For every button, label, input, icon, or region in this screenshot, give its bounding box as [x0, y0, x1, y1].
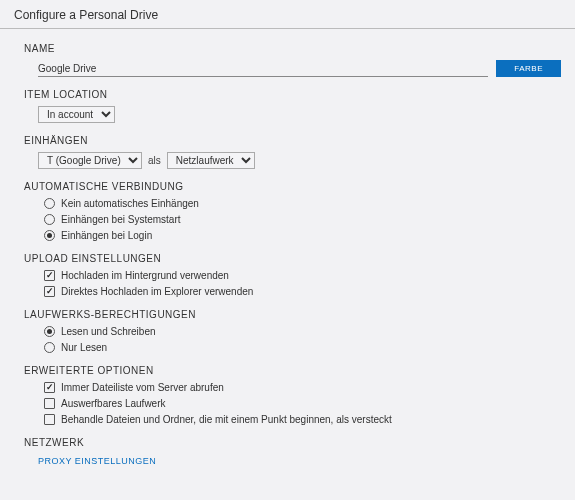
mount-type-select[interactable]: Netzlaufwerk	[167, 152, 255, 169]
item-location-select[interactable]: In account	[38, 106, 115, 123]
section-mount-label: EINHÄNGEN	[24, 135, 561, 146]
section-network-label: NETZWERK	[24, 437, 561, 448]
radio-no-automount-label: Kein automatisches Einhängen	[61, 198, 199, 209]
checkbox-upload-explorer-label: Direktes Hochladen im Explorer verwenden	[61, 286, 253, 297]
checkbox-upload-background-label: Hochladen im Hintergrund verwenden	[61, 270, 229, 281]
checkbox-hide-dotfiles-label: Behandle Dateien und Ordner, die mit ein…	[61, 414, 392, 425]
checkbox-ejectable-drive[interactable]	[44, 398, 55, 409]
checkbox-upload-background[interactable]	[44, 270, 55, 281]
checkbox-upload-explorer[interactable]	[44, 286, 55, 297]
dialog-title: Configure a Personal Drive	[0, 0, 575, 29]
mount-drive-select[interactable]: T (Google Drive)	[38, 152, 142, 169]
radio-readonly-label: Nur Lesen	[61, 342, 107, 353]
radio-readwrite-label: Lesen und Schreiben	[61, 326, 156, 337]
radio-mount-systemstart[interactable]	[44, 214, 55, 225]
checkbox-ejectable-drive-label: Auswerfbares Laufwerk	[61, 398, 166, 409]
color-button[interactable]: FARBE	[496, 60, 561, 77]
radio-readonly[interactable]	[44, 342, 55, 353]
radio-mount-systemstart-label: Einhängen bei Systemstart	[61, 214, 181, 225]
checkbox-always-fetch-filelist[interactable]	[44, 382, 55, 393]
section-autoconnect-label: AUTOMATISCHE VERBINDUNG	[24, 181, 561, 192]
dialog-content: NAME FARBE ITEM LOCATION In account EINH…	[0, 29, 575, 474]
section-advanced-label: ERWEITERTE OPTIONEN	[24, 365, 561, 376]
radio-readwrite[interactable]	[44, 326, 55, 337]
mount-als-label: als	[148, 155, 161, 166]
section-permissions-label: LAUFWERKS-BERECHTIGUNGEN	[24, 309, 561, 320]
radio-mount-login-label: Einhängen bei Login	[61, 230, 152, 241]
radio-no-automount[interactable]	[44, 198, 55, 209]
proxy-settings-link[interactable]: PROXY EINSTELLUNGEN	[38, 456, 156, 466]
checkbox-hide-dotfiles[interactable]	[44, 414, 55, 425]
checkbox-always-fetch-filelist-label: Immer Dateiliste vom Server abrufen	[61, 382, 224, 393]
drive-name-input[interactable]	[38, 61, 488, 77]
section-upload-label: UPLOAD EINSTELLUNGEN	[24, 253, 561, 264]
section-name-label: NAME	[24, 43, 561, 54]
section-item-location-label: ITEM LOCATION	[24, 89, 561, 100]
radio-mount-login[interactable]	[44, 230, 55, 241]
